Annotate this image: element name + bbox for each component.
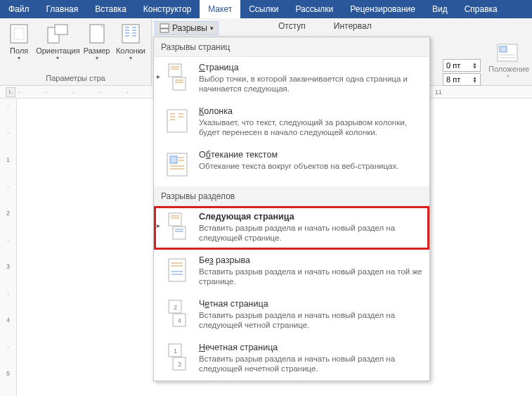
menu-item-title: Без разрыва xyxy=(199,255,422,265)
spacing-after-input[interactable]: 8 пт ▲▼ xyxy=(443,73,481,86)
breaks-icon xyxy=(160,23,169,33)
vertical-ruler: ··1·2·3·4·5·6 xyxy=(0,98,17,396)
tab-view[interactable]: Вид xyxy=(424,0,456,18)
indent-interval-labels: Отступ Интервал xyxy=(278,21,372,31)
chevron-down-icon: ▾ xyxy=(488,73,528,79)
svg-rect-26 xyxy=(167,110,187,132)
breaks-button[interactable]: Разрывы ▾ xyxy=(155,21,219,35)
break-odd-page[interactable]: 13 Нечетная страница Вставить разрыв раз… xyxy=(154,337,429,381)
svg-rect-17 xyxy=(500,46,507,52)
chevron-down-icon: ▾ xyxy=(56,55,59,61)
svg-rect-38 xyxy=(169,213,181,226)
page-break-icon: ▸ xyxy=(164,63,190,92)
next-page-break-icon: ▸ xyxy=(164,212,190,241)
even-page-break-icon: 24 xyxy=(164,299,190,328)
menu-item-desc: Указывает, что текст, следующий за разры… xyxy=(199,117,422,137)
svg-rect-44 xyxy=(169,259,186,281)
breaks-dropdown: Разрывы страниц ▸ Страница Выбор точки, … xyxy=(153,37,430,381)
svg-rect-3 xyxy=(55,25,67,34)
tab-selector[interactable]: L xyxy=(6,87,15,97)
menu-item-desc: Вставить разрыв раздела и начать новый р… xyxy=(199,267,422,286)
position-button[interactable]: Положение ▾ xyxy=(488,44,528,79)
menu-item-title: Колонка xyxy=(199,106,422,116)
spinner-arrows-icon: ▲▼ xyxy=(472,76,477,83)
menu-item-title: Следующая страница xyxy=(199,212,422,222)
group-label-page-setup: Параметры стра xyxy=(4,74,147,84)
tab-file[interactable]: Файл xyxy=(0,0,38,18)
svg-text:3: 3 xyxy=(178,361,181,368)
tab-design[interactable]: Конструктор xyxy=(135,0,200,18)
break-page[interactable]: ▸ Страница Выбор точки, в которой заканч… xyxy=(154,57,429,101)
text-wrap-break-icon xyxy=(164,150,190,179)
margins-icon xyxy=(8,23,30,45)
svg-text:4: 4 xyxy=(178,317,181,324)
continuous-break-icon xyxy=(164,255,190,285)
tab-mailings[interactable]: Рассылки xyxy=(287,0,342,18)
tab-review[interactable]: Рецензирование xyxy=(342,0,424,18)
tab-help[interactable]: Справка xyxy=(456,0,506,18)
chevron-down-icon: ▾ xyxy=(96,55,98,61)
interval-label: Интервал xyxy=(334,21,372,31)
dropdown-section-section-breaks: Разрывы разделов xyxy=(154,186,429,206)
break-even-page[interactable]: 24 Четная страница Вставить разрыв разде… xyxy=(154,293,429,337)
break-text-wrapping[interactable]: Обтекание текстом Обтекание текста вокру… xyxy=(154,144,429,186)
menu-item-desc: Вставить разрыв раздела и начать новый р… xyxy=(199,223,422,243)
svg-rect-21 xyxy=(173,77,186,90)
svg-rect-14 xyxy=(160,24,169,28)
tab-layout[interactable]: Макет xyxy=(200,0,240,18)
position-icon xyxy=(497,44,519,63)
tab-insert[interactable]: Вставка xyxy=(86,0,135,18)
odd-page-break-icon: 13 xyxy=(164,343,190,372)
menu-item-desc: Выбор точки, в которой заканчивается одн… xyxy=(199,74,422,94)
spinner-arrows-icon: ▲▼ xyxy=(472,62,477,69)
svg-rect-39 xyxy=(173,226,186,239)
spacing-before-input[interactable]: 0 пт ▲▼ xyxy=(443,59,481,72)
menu-item-title: Нечетная страница xyxy=(199,343,422,352)
svg-rect-0 xyxy=(11,25,27,43)
chevron-down-icon: ▾ xyxy=(18,55,20,61)
ribbon-tabs: Файл Главная Вставка Конструктор Макет С… xyxy=(0,0,532,18)
menu-item-desc: Вставить разрыв раздела и начать новый р… xyxy=(199,310,422,330)
columns-button[interactable]: Колонки ▾ xyxy=(115,21,147,61)
size-button[interactable]: Размер ▾ xyxy=(82,21,111,61)
svg-text:1: 1 xyxy=(174,347,177,355)
chevron-down-icon: ▾ xyxy=(210,25,214,32)
svg-rect-15 xyxy=(160,29,169,32)
svg-rect-20 xyxy=(169,64,181,77)
break-continuous[interactable]: Без разрыва Вставить разрыв раздела и на… xyxy=(154,250,429,293)
tab-references[interactable]: Ссылки xyxy=(240,0,287,18)
svg-rect-33 xyxy=(170,156,177,163)
svg-text:2: 2 xyxy=(174,304,177,311)
column-break-icon xyxy=(164,106,190,136)
orientation-icon xyxy=(46,23,69,45)
menu-item-title: Четная страница xyxy=(199,299,422,309)
break-column[interactable]: Колонка Указывает, что текст, следующий … xyxy=(154,101,429,144)
orientation-button[interactable]: Ориентация ▾ xyxy=(37,21,79,61)
size-icon xyxy=(86,23,108,45)
menu-item-title: Страница xyxy=(199,63,422,72)
chevron-down-icon: ▾ xyxy=(129,55,132,61)
menu-item-desc: Обтекание текста вокруг объектов на веб-… xyxy=(199,161,398,171)
tab-home[interactable]: Главная xyxy=(38,0,87,18)
margins-button[interactable]: Поля ▾ xyxy=(4,21,34,61)
svg-rect-5 xyxy=(122,25,139,43)
menu-item-title: Обтекание текстом xyxy=(199,150,398,160)
dropdown-section-page-breaks: Разрывы страниц xyxy=(154,37,429,57)
break-next-page[interactable]: ▸ Следующая страница Вставить разрыв раз… xyxy=(154,206,429,250)
indent-label: Отступ xyxy=(278,21,306,31)
menu-item-desc: Вставить разрыв раздела и начать новый р… xyxy=(199,354,422,373)
columns-icon xyxy=(119,23,142,45)
